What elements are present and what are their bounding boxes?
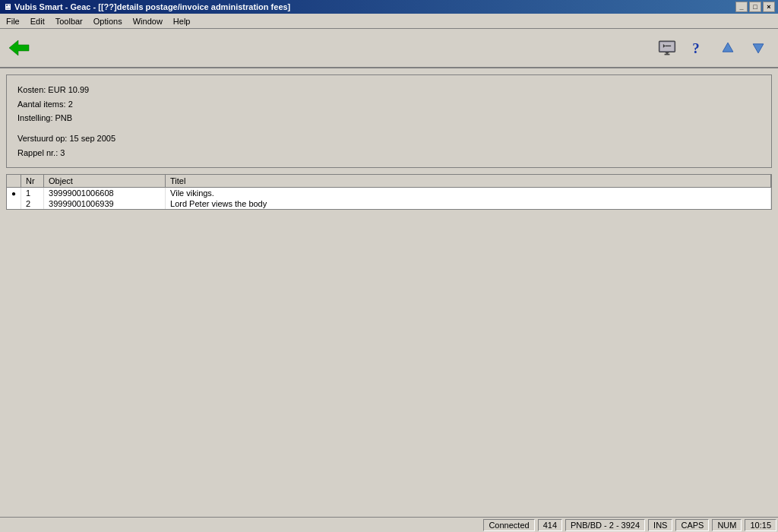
svg-marker-0 bbox=[9, 40, 29, 55]
col-titel-header: Titel bbox=[166, 175, 771, 188]
verstuurd-label: Verstuurd op: bbox=[17, 134, 70, 143]
screen-button[interactable] bbox=[653, 34, 681, 62]
menu-help[interactable]: Help bbox=[169, 15, 195, 27]
instelling-label: Instelling: bbox=[17, 113, 55, 122]
aantal-line: Aantal items: 2 bbox=[17, 97, 761, 112]
up-arrow-icon bbox=[719, 39, 737, 57]
verstuurd-line: Verstuurd op: 15 sep 2005 bbox=[17, 131, 761, 146]
svg-marker-8 bbox=[723, 43, 733, 52]
title-bar-label: Vubis Smart - Geac - [[??]details postag… bbox=[14, 2, 290, 11]
help-icon: ? bbox=[688, 39, 707, 57]
table-row[interactable]: ● 1 39999001006608 Vile vikings. bbox=[7, 188, 771, 199]
menu-edit[interactable]: Edit bbox=[26, 15, 49, 27]
row-nr: 2 bbox=[21, 198, 44, 209]
items-table: Nr Object Titel ● 1 39999001006608 Vile … bbox=[7, 175, 771, 209]
aantal-label: Aantal items: bbox=[17, 100, 68, 109]
app-icon: 🖥 bbox=[3, 2, 11, 11]
title-bar-controls[interactable]: _ □ × bbox=[735, 2, 775, 12]
status-code: 414 bbox=[538, 519, 562, 531]
info-box: Kosten: EUR 10.99 Aantal items: 2 Instel… bbox=[6, 74, 772, 168]
screen-icon bbox=[658, 39, 676, 57]
restore-button[interactable]: □ bbox=[749, 2, 761, 12]
svg-text:?: ? bbox=[692, 40, 699, 56]
table-row[interactable]: 2 39999001006939 Lord Peter views the bo… bbox=[7, 198, 771, 209]
aantal-value: 2 bbox=[68, 100, 73, 109]
menu-options[interactable]: Options bbox=[89, 15, 127, 27]
instelling-value: PNB bbox=[55, 113, 73, 122]
table-header-row: Nr Object Titel bbox=[7, 175, 771, 188]
toolbar-right: ? bbox=[653, 34, 772, 62]
status-branch: PNB/BD - 2 - 3924 bbox=[565, 519, 645, 531]
status-time: 10:15 bbox=[745, 519, 776, 531]
col-indicator bbox=[7, 175, 21, 188]
scroll-down-button[interactable] bbox=[745, 34, 772, 62]
status-ins: INS bbox=[648, 519, 672, 531]
row-nr: 1 bbox=[21, 188, 44, 199]
menu-toolbar[interactable]: Toolbar bbox=[51, 15, 87, 27]
rappel-value: 3 bbox=[60, 148, 65, 157]
verstuurd-value: 15 sep 2005 bbox=[70, 134, 116, 143]
title-bar-text: 🖥 Vubis Smart - Geac - [[??]details post… bbox=[3, 2, 290, 11]
row-titel: Vile vikings. bbox=[166, 188, 771, 199]
rappel-line: Rappel nr.: 3 bbox=[17, 146, 761, 160]
rappel-label: Rappel nr.: bbox=[17, 148, 60, 157]
col-object-header: Object bbox=[44, 175, 166, 188]
kosten-label: Kosten: bbox=[17, 85, 48, 94]
col-nr-header: Nr bbox=[21, 175, 44, 188]
back-button[interactable] bbox=[6, 34, 33, 62]
minimize-button[interactable]: _ bbox=[735, 2, 748, 12]
title-bar: 🖥 Vubis Smart - Geac - [[??]details post… bbox=[0, 0, 778, 14]
close-button[interactable]: × bbox=[763, 2, 775, 12]
status-num: NUM bbox=[712, 519, 742, 531]
menu-bar: File Edit Toolbar Options Window Help bbox=[0, 14, 778, 29]
row-indicator: ● bbox=[7, 188, 21, 199]
items-table-container: Nr Object Titel ● 1 39999001006608 Vile … bbox=[6, 174, 772, 210]
svg-marker-9 bbox=[753, 44, 764, 53]
scroll-up-button[interactable] bbox=[714, 34, 742, 62]
row-object: 39999001006939 bbox=[44, 198, 166, 209]
menu-file[interactable]: File bbox=[2, 15, 24, 27]
toolbar: ? bbox=[0, 29, 778, 68]
row-titel: Lord Peter views the body bbox=[166, 198, 771, 209]
status-right: Connected 414 PNB/BD - 2 - 3924 INS CAPS… bbox=[482, 519, 778, 531]
help-button[interactable]: ? bbox=[684, 34, 711, 62]
status-connected: Connected bbox=[483, 519, 534, 531]
menu-window[interactable]: Window bbox=[128, 15, 167, 27]
kosten-line: Kosten: EUR 10.99 bbox=[17, 83, 761, 97]
back-arrow-icon bbox=[8, 36, 32, 60]
svg-rect-2 bbox=[659, 41, 675, 52]
status-bar: Connected 414 PNB/BD - 2 - 3924 INS CAPS… bbox=[0, 517, 778, 532]
down-arrow-icon bbox=[749, 39, 767, 57]
row-object: 39999001006608 bbox=[44, 188, 166, 199]
status-caps: CAPS bbox=[675, 519, 709, 531]
instelling-line: Instelling: PNB bbox=[17, 111, 761, 125]
main-content: Kosten: EUR 10.99 Aantal items: 2 Instel… bbox=[0, 68, 778, 216]
row-indicator bbox=[7, 198, 21, 209]
kosten-value: EUR 10.99 bbox=[48, 85, 89, 94]
table-body: ● 1 39999001006608 Vile vikings. 2 39999… bbox=[7, 188, 771, 210]
